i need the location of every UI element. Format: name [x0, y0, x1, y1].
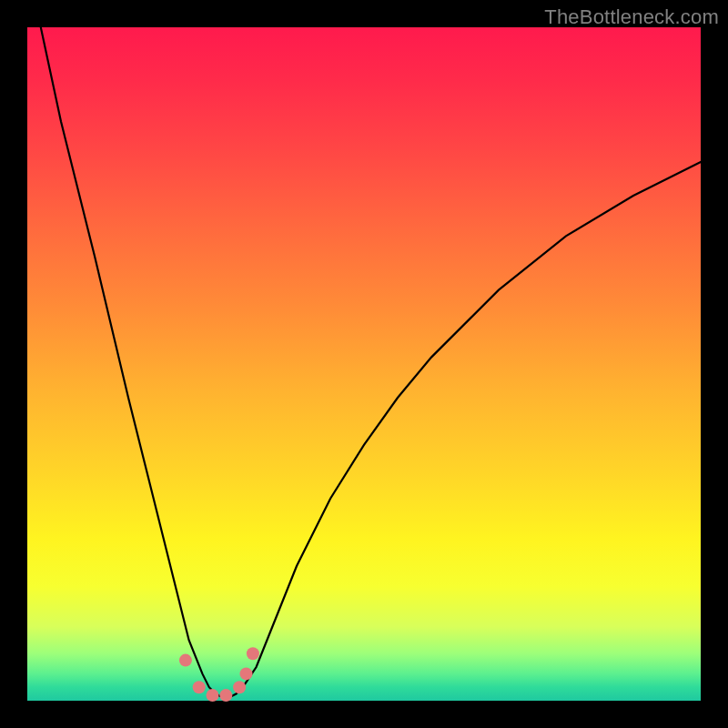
- data-marker: [240, 667, 253, 680]
- bottleneck-curve: [41, 27, 701, 697]
- curve-svg: [27, 27, 701, 701]
- plot-area: [27, 27, 701, 701]
- data-marker: [247, 647, 259, 660]
- watermark-text: TheBottleneck.com: [544, 5, 719, 29]
- data-marker: [193, 681, 206, 693]
- data-marker: [233, 681, 246, 693]
- data-marker: [179, 654, 192, 667]
- data-marker: [207, 689, 219, 702]
- chart-frame: TheBottleneck.com: [0, 0, 728, 728]
- marker-group: [179, 647, 259, 702]
- data-marker: [219, 689, 232, 702]
